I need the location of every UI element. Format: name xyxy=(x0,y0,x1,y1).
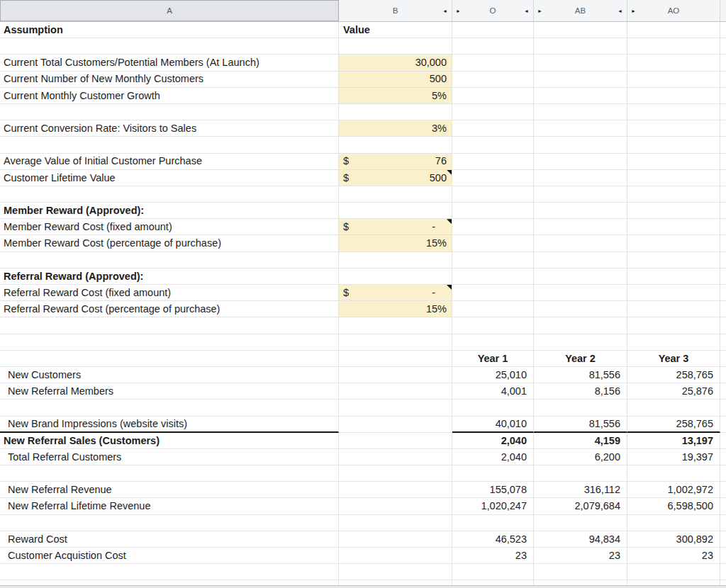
cell-ab[interactable]: 81,556 xyxy=(534,417,627,433)
cell-ab[interactable] xyxy=(534,104,627,120)
column-header-b[interactable]: B ◄ xyxy=(339,0,452,21)
cell-ab[interactable]: 316,112 xyxy=(534,482,627,498)
cell-b[interactable] xyxy=(339,317,452,334)
cell-a[interactable] xyxy=(0,186,339,203)
cell-overflow[interactable] xyxy=(720,334,726,351)
cell-a[interactable] xyxy=(0,38,339,55)
cell-b[interactable] xyxy=(339,104,452,120)
cell-ab[interactable] xyxy=(534,55,627,71)
cell-a[interactable]: Average Value of Initial Customer Purcha… xyxy=(0,154,339,170)
cell-b[interactable] xyxy=(339,498,452,514)
cell-o[interactable]: 1,020,247 xyxy=(452,498,534,514)
cell-a[interactable]: Current Number of New Monthly Customers xyxy=(0,72,339,88)
cell-o[interactable] xyxy=(452,252,534,268)
cell-overflow[interactable] xyxy=(720,219,726,235)
cell-ao[interactable] xyxy=(627,55,720,71)
cell-o[interactable] xyxy=(452,235,534,251)
cell-o[interactable] xyxy=(452,38,534,55)
cell-o[interactable] xyxy=(452,55,534,71)
cell-a[interactable]: Total Referral Customers xyxy=(0,449,339,465)
cell-a[interactable] xyxy=(0,334,339,351)
hidden-columns-right-arrow-icon[interactable]: ► xyxy=(631,9,636,13)
column-header-a[interactable]: A xyxy=(0,0,339,21)
cell-overflow[interactable] xyxy=(720,38,726,55)
hidden-columns-right-arrow-icon[interactable]: ► xyxy=(537,9,542,13)
cell-ao[interactable] xyxy=(627,400,720,416)
cell-overflow[interactable] xyxy=(720,252,726,268)
cell-b[interactable] xyxy=(339,400,452,416)
cell-ao[interactable] xyxy=(627,252,720,268)
cell-b[interactable] xyxy=(339,137,452,153)
cell-ao[interactable] xyxy=(627,170,720,186)
hidden-columns-left-arrow-icon[interactable]: ◄ xyxy=(442,9,447,13)
cell-o[interactable]: 23 xyxy=(452,548,534,564)
cell-o[interactable] xyxy=(452,219,534,235)
cell-b[interactable] xyxy=(339,203,452,219)
cell-ao[interactable]: 300,892 xyxy=(627,531,720,548)
cell-o[interactable]: Year 1 xyxy=(452,351,534,367)
cell-ao[interactable]: 6,598,500 xyxy=(627,498,720,514)
cell-ao[interactable]: Year 3 xyxy=(627,351,720,367)
cell-ab[interactable] xyxy=(534,170,627,186)
cell-b[interactable] xyxy=(339,449,452,465)
cell-b[interactable] xyxy=(339,433,452,449)
cell-a[interactable]: Member Reward (Approved): xyxy=(0,203,339,219)
cell-a[interactable]: Current Monthly Customer Growth xyxy=(0,88,339,104)
column-header-ab[interactable]: ► AB ◄ xyxy=(534,0,627,21)
cell-ab[interactable] xyxy=(534,38,627,55)
cell-overflow[interactable] xyxy=(720,400,726,416)
cell-a[interactable]: New Brand Impressions (website visits) xyxy=(0,417,339,433)
cell-ao[interactable] xyxy=(627,301,720,317)
cell-overflow[interactable] xyxy=(720,235,726,251)
cell-ao[interactable]: 1,002,972 xyxy=(627,482,720,498)
cell-b[interactable] xyxy=(339,548,452,564)
cell-b[interactable]: $500 xyxy=(339,170,452,186)
cell-ab[interactable] xyxy=(534,465,627,482)
cell-ab[interactable] xyxy=(534,317,627,334)
cell-ao[interactable] xyxy=(627,104,720,120)
cell-a[interactable]: New Referral Sales (Customers) xyxy=(0,433,339,449)
cell-overflow[interactable] xyxy=(720,285,726,301)
cell-o[interactable] xyxy=(452,268,534,285)
cell-o[interactable] xyxy=(452,186,534,203)
cell-o[interactable] xyxy=(452,564,534,580)
cell-b[interactable]: 5% xyxy=(339,88,452,104)
cell-b[interactable]: 500 xyxy=(339,72,452,88)
column-header-ao[interactable]: ► AO xyxy=(627,0,720,21)
cell-ao[interactable] xyxy=(627,515,720,531)
cell-ab[interactable] xyxy=(534,219,627,235)
cell-ao[interactable]: 13,197 xyxy=(627,433,720,449)
cell-ab[interactable] xyxy=(534,235,627,251)
cell-overflow[interactable] xyxy=(720,417,726,433)
cell-ao[interactable]: 258,765 xyxy=(627,417,720,433)
cell-overflow[interactable] xyxy=(720,120,726,137)
cell-overflow[interactable] xyxy=(720,564,726,580)
cell-o[interactable]: 2,040 xyxy=(452,449,534,465)
cell-o[interactable] xyxy=(452,154,534,170)
cell-overflow[interactable] xyxy=(720,351,726,367)
cell-b[interactable] xyxy=(339,465,452,482)
cell-o[interactable]: 25,010 xyxy=(452,367,534,383)
cell-overflow[interactable] xyxy=(720,137,726,153)
cell-ab[interactable] xyxy=(534,186,627,203)
cell-ao[interactable] xyxy=(627,268,720,285)
cell-ab[interactable] xyxy=(534,268,627,285)
cell-o[interactable]: 40,010 xyxy=(452,417,534,433)
hidden-columns-left-arrow-icon[interactable]: ◄ xyxy=(618,9,622,13)
cell-a[interactable]: Referral Reward (Approved): xyxy=(0,268,339,285)
cell-overflow[interactable] xyxy=(720,104,726,120)
cell-o[interactable]: 4,001 xyxy=(452,383,534,400)
cell-b[interactable]: $- xyxy=(339,285,452,301)
cell-b[interactable] xyxy=(339,38,452,55)
cell-ab[interactable]: Year 2 xyxy=(534,351,627,367)
hidden-columns-left-arrow-icon[interactable]: ◄ xyxy=(524,9,529,13)
cell-ao[interactable] xyxy=(627,154,720,170)
cell-ab[interactable] xyxy=(534,154,627,170)
cell-ao[interactable] xyxy=(627,72,720,88)
cell-b[interactable]: 3% xyxy=(339,120,452,137)
cell-ab[interactable] xyxy=(534,564,627,580)
cell-a[interactable]: Referral Reward Cost (percentage of purc… xyxy=(0,301,339,317)
cell-a[interactable]: New Customers xyxy=(0,367,339,383)
cell-b[interactable] xyxy=(339,383,452,400)
cell-b[interactable]: 30,000 xyxy=(339,55,452,71)
